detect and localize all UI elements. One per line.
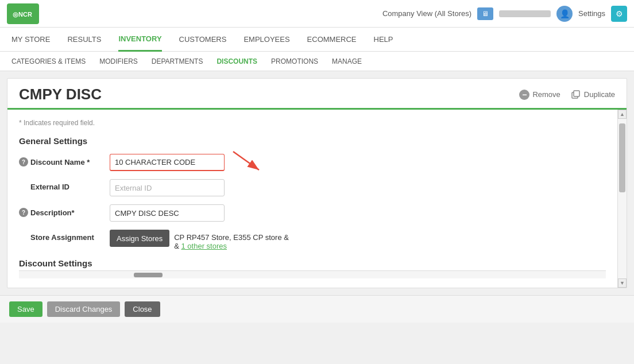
page-actions: − Remove Duplicate — [519, 89, 615, 100]
discount-name-help-icon[interactable]: ? — [19, 157, 28, 166]
sub-nav: CATEGORIES & ITEMS MODIFIERS DEPARTMENTS… — [0, 52, 634, 71]
subnav-manage[interactable]: MANAGE — [332, 57, 362, 65]
page-header: CMPY DISC − Remove Duplicate — [7, 79, 627, 110]
scroll-track — [618, 119, 627, 278]
page-title: CMPY DISC — [19, 86, 102, 103]
description-group: ? Description* — [19, 204, 606, 222]
other-stores-link[interactable]: 1 other stores — [181, 242, 227, 250]
store-assignment-group: Store Assignment Assign Stores CP RP457 … — [19, 230, 606, 250]
store-info-text: CP RP457 Store, E355 CP store & — [174, 233, 289, 242]
avatar-button[interactable]: 👤 — [556, 6, 573, 22]
discount-name-group: ? Discount Name * — [19, 154, 606, 171]
save-button[interactable]: Save — [9, 301, 42, 317]
settings-link[interactable]: Settings — [578, 9, 605, 18]
external-id-label-container: External ID — [19, 179, 105, 191]
page-container: CMPY DISC − Remove Duplicate * Indicates… — [7, 78, 627, 288]
description-input[interactable] — [110, 204, 225, 222]
scroll-up-arrow[interactable]: ▲ — [618, 110, 627, 119]
remove-label: Remove — [532, 90, 560, 99]
description-help-icon[interactable]: ? — [19, 208, 28, 217]
store-assignment-label-container: Store Assignment — [19, 230, 105, 242]
subnav-discounts[interactable]: DISCOUNTS — [217, 57, 257, 65]
red-arrow-annotation — [227, 146, 273, 180]
bottom-toolbar: Save Discard Changes Close — [0, 295, 634, 323]
top-bar-left: ◎NCR — [7, 3, 39, 24]
subnav-categories-items[interactable]: CATEGORIES & ITEMS — [11, 57, 86, 65]
user-name — [499, 10, 551, 17]
discount-name-label: Discount Name * — [30, 158, 90, 166]
duplicate-button[interactable]: Duplicate — [570, 89, 615, 100]
nav-employees[interactable]: EMPLOYEES — [243, 28, 289, 51]
svg-rect-2 — [574, 91, 579, 96]
discount-name-field-wrapper — [110, 154, 225, 171]
subnav-modifiers[interactable]: MODIFIERS — [99, 57, 138, 65]
discount-name-label-container: ? Discount Name * — [19, 154, 105, 166]
remove-icon: − — [519, 90, 529, 100]
top-bar: ◎NCR Company View (All Stores) 🖥 👤 Setti… — [0, 0, 634, 28]
external-id-input[interactable] — [110, 179, 225, 196]
horizontal-scrollbar[interactable] — [19, 270, 606, 278]
gear-button[interactable]: ⚙ — [611, 6, 627, 22]
external-id-group: External ID — [19, 179, 606, 196]
assign-stores-button[interactable]: Assign Stores — [110, 230, 169, 247]
screen-icon: 🖥 — [477, 7, 493, 20]
duplicate-label: Duplicate — [584, 90, 615, 99]
h-scroll-thumb[interactable] — [134, 273, 163, 277]
svg-line-4 — [233, 152, 259, 170]
store-assignment-info: CP RP457 Store, E355 CP store & & 1 othe… — [174, 230, 289, 250]
nav-ecommerce[interactable]: ECOMMERCE — [307, 28, 357, 51]
vertical-scrollbar[interactable]: ▲ ▼ — [617, 110, 627, 288]
remove-button[interactable]: − Remove — [519, 90, 560, 100]
store-assignment-label: Store Assignment — [30, 233, 94, 242]
main-content: * Indicates required field. General Sett… — [7, 110, 617, 288]
discard-button[interactable]: Discard Changes — [47, 301, 121, 317]
description-label-container: ? Description* — [19, 204, 105, 217]
content-area: * Indicates required field. General Sett… — [7, 110, 627, 288]
nav-results[interactable]: RESULTS — [67, 28, 101, 51]
nav-help[interactable]: HELP — [374, 28, 393, 51]
svg-text:◎NCR: ◎NCR — [13, 11, 32, 18]
duplicate-icon — [570, 89, 581, 100]
company-view-label: Company View (All Stores) 🖥 👤 Settings ⚙ — [382, 6, 627, 22]
ncr-logo: ◎NCR — [7, 3, 39, 24]
description-label: Description* — [30, 208, 75, 217]
subnav-departments[interactable]: DEPARTMENTS — [152, 57, 203, 65]
required-note: * Indicates required field. — [19, 119, 606, 127]
company-view-text: Company View (All Stores) — [382, 9, 471, 18]
external-id-label: External ID — [30, 183, 69, 191]
general-settings-title: General Settings — [19, 136, 606, 146]
main-nav: MY STORE RESULTS INVENTORY CUSTOMERS EMP… — [0, 28, 634, 52]
nav-inventory[interactable]: INVENTORY — [118, 28, 161, 52]
scroll-down-arrow[interactable]: ▼ — [618, 278, 627, 288]
scroll-thumb[interactable] — [619, 123, 625, 192]
close-button[interactable]: Close — [125, 301, 160, 317]
discount-settings-title: Discount Settings — [19, 258, 606, 268]
nav-my-store[interactable]: MY STORE — [11, 28, 50, 51]
discount-name-input[interactable] — [110, 154, 225, 171]
nav-customers[interactable]: CUSTOMERS — [179, 28, 227, 51]
subnav-promotions[interactable]: PROMOTIONS — [271, 57, 318, 65]
